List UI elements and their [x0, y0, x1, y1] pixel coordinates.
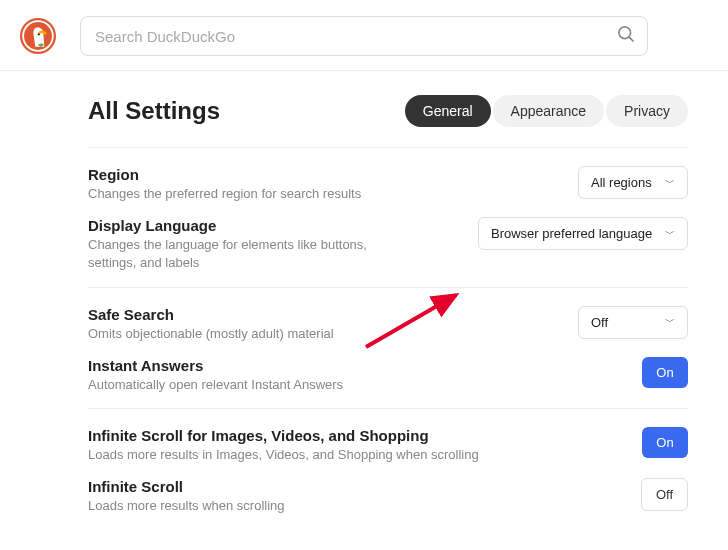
- safe-search-select[interactable]: Off ﹀: [578, 306, 688, 339]
- region-select[interactable]: All regions ﹀: [578, 166, 688, 199]
- instant-answers-title: Instant Answers: [88, 357, 626, 374]
- infinite-scroll-media-toggle[interactable]: On: [642, 427, 688, 458]
- search-input[interactable]: [80, 16, 648, 56]
- region-title: Region: [88, 166, 562, 183]
- display-language-value: Browser preferred language: [491, 226, 652, 241]
- tab-privacy[interactable]: Privacy: [606, 95, 688, 127]
- tabs: General Appearance Privacy: [405, 95, 688, 127]
- section-locale: Region Changes the preferred region for …: [88, 147, 688, 287]
- row-display-language: Display Language Changes the language fo…: [88, 217, 688, 272]
- infinite-scroll-desc: Loads more results when scrolling: [88, 497, 625, 515]
- row-region: Region Changes the preferred region for …: [88, 166, 688, 203]
- section-scroll: Infinite Scroll for Images, Videos, and …: [88, 408, 688, 529]
- tab-appearance[interactable]: Appearance: [493, 95, 605, 127]
- region-value: All regions: [591, 175, 652, 190]
- display-language-select[interactable]: Browser preferred language ﹀: [478, 217, 688, 250]
- chevron-down-icon: ﹀: [665, 227, 675, 241]
- row-safe-search: Safe Search Omits objectionable (mostly …: [88, 306, 688, 343]
- search-bar: [80, 16, 648, 56]
- page-title: All Settings: [88, 97, 220, 125]
- row-infinite-scroll-media: Infinite Scroll for Images, Videos, and …: [88, 427, 688, 464]
- tab-general[interactable]: General: [405, 95, 491, 127]
- display-language-desc: Changes the language for elements like b…: [88, 236, 378, 272]
- infinite-scroll-title: Infinite Scroll: [88, 478, 625, 495]
- header-bar: [0, 0, 728, 71]
- chevron-down-icon: ﹀: [665, 176, 675, 190]
- instant-answers-desc: Automatically open relevant Instant Answ…: [88, 376, 626, 394]
- infinite-scroll-media-title: Infinite Scroll for Images, Videos, and …: [88, 427, 626, 444]
- search-icon[interactable]: [616, 24, 636, 48]
- safe-search-desc: Omits objectionable (mostly adult) mater…: [88, 325, 562, 343]
- row-instant-answers: Instant Answers Automatically open relev…: [88, 357, 688, 394]
- svg-point-3: [619, 27, 631, 39]
- row-infinite-scroll: Infinite Scroll Loads more results when …: [88, 478, 688, 515]
- title-row: All Settings General Appearance Privacy: [88, 95, 688, 147]
- safe-search-value: Off: [591, 315, 608, 330]
- duckduckgo-logo-icon[interactable]: [20, 18, 56, 54]
- safe-search-title: Safe Search: [88, 306, 562, 323]
- settings-content: All Settings General Appearance Privacy …: [0, 71, 728, 529]
- infinite-scroll-toggle[interactable]: Off: [641, 478, 688, 511]
- chevron-down-icon: ﹀: [665, 315, 675, 329]
- instant-answers-toggle[interactable]: On: [642, 357, 688, 388]
- section-safe-instant: Safe Search Omits objectionable (mostly …: [88, 287, 688, 408]
- region-desc: Changes the preferred region for search …: [88, 185, 562, 203]
- display-language-title: Display Language: [88, 217, 462, 234]
- infinite-scroll-media-desc: Loads more results in Images, Videos, an…: [88, 446, 626, 464]
- svg-line-4: [629, 37, 634, 42]
